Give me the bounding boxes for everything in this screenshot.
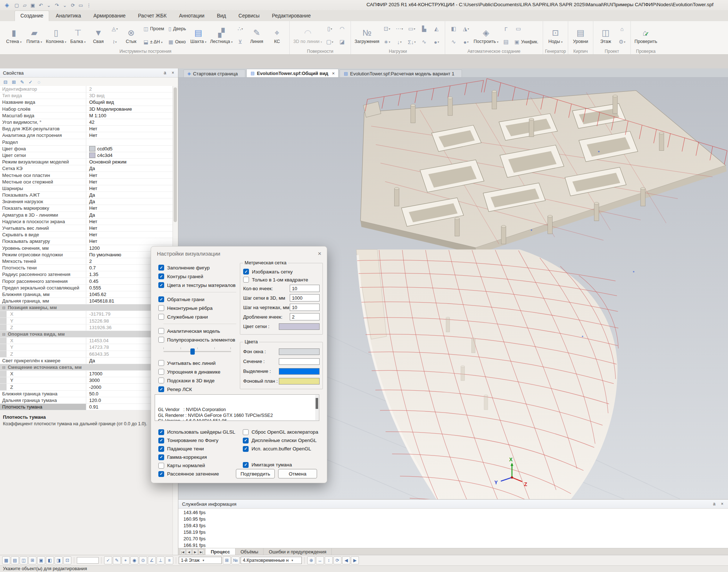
checkbox-row[interactable]: Карты нормалей [158,461,236,470]
ribbon-button[interactable]: ◮ [460,22,472,35]
ribbon-button[interactable]: ▢ [324,35,336,48]
scrollbar-thumb[interactable] [174,87,177,222]
status-toggle-icon[interactable]: № [232,556,240,564]
snap-toggle-icon[interactable]: ⌖ [122,556,130,564]
info-scrollbar[interactable] [315,395,318,420]
property-row[interactable]: X -31791.79 [0,311,173,317]
property-row[interactable]: Радиус рассеянного затенения 1.35 [0,271,173,278]
ribbon-button[interactable]: ⋯ [393,22,405,35]
tab-nav-button[interactable]: ▶ [192,549,198,555]
cancel-button[interactable]: Отмена [278,469,317,478]
ribbon-button[interactable]: № Загружения [353,22,380,49]
checkbox-row[interactable]: Обратные грани [158,295,237,304]
checkbox[interactable] [158,438,164,443]
property-row[interactable]: Режим отрисовки подложки По умолчанию [0,252,173,258]
property-value-cell[interactable]: 42 [86,119,173,125]
ribbon-button[interactable]: ◠ [336,22,348,35]
checkbox[interactable] [158,446,164,452]
checkbox[interactable] [158,369,164,375]
numeric-input[interactable]: 2 [290,313,320,320]
property-row[interactable]: Мягкость теней 2 [0,258,173,265]
property-row[interactable]: Режим визуализации моделей Основной режи… [0,159,173,165]
service-panel-tab[interactable]: Процесс [206,548,236,556]
checkbox[interactable] [158,337,164,343]
ribbon-tab[interactable]: Аннотации [173,11,210,21]
property-row[interactable]: Показать маркировку Нет [0,205,173,212]
checkbox-row[interactable]: Использовать шейдеры GLSL [158,428,236,436]
ribbon-button[interactable]: ▯ Дверь [167,22,188,35]
tab-close-icon[interactable]: × [332,71,335,76]
ribbon-button[interactable]: ▞ Лестница [209,22,234,49]
checkbox-row[interactable]: Полупрозрачность элементов [158,335,237,344]
ribbon-button[interactable]: ▤ Шахта [189,22,208,49]
property-row[interactable]: Y 3000 [0,377,173,384]
ribbon-button[interactable]: ⌖ КС [267,22,287,49]
ribbon-button[interactable]: ▭ [406,22,418,35]
status-toggle-icon[interactable]: ⊞ [223,556,231,564]
checkbox[interactable] [158,378,164,383]
ribbon-button[interactable]: ▤ Уровни [571,22,590,49]
checkbox[interactable] [158,314,164,320]
slider-thumb[interactable] [190,348,195,355]
slider-track[interactable] [163,351,231,352]
ribbon-button[interactable]: ⊻ [234,35,246,48]
ribbon-button[interactable]: ∗ [381,35,393,48]
checkbox[interactable] [158,296,164,302]
tab-nav-button[interactable]: ◀ [186,549,192,555]
status-toggle-icon[interactable]: ▣ [37,556,45,564]
numeric-input[interactable]: 10 [290,304,320,311]
property-row[interactable]: Арматура в 3D - линиями Да [0,212,173,218]
quick-access-icon[interactable]: ⟳ [69,1,76,9]
property-value-cell[interactable]: Общий вид [86,99,173,105]
ribbon-button[interactable]: Σ↓ [406,35,418,48]
property-row[interactable]: Y 14723.78 [0,344,173,351]
property-row[interactable]: Цвет сетки c4c3d4 [0,152,173,159]
checkbox[interactable] [243,462,249,468]
property-row[interactable]: Z 66343.35 [0,351,173,358]
property-row[interactable]: Z 131926.36 [0,324,173,331]
property-value-cell[interactable]: 3D вид [86,92,173,99]
ribbon-button[interactable]: ◬ [109,22,120,35]
property-value-cell[interactable]: Нет [86,232,173,238]
checkbox[interactable] [158,463,164,469]
ribbon-button[interactable]: ● [431,35,442,48]
properties-toolbar-icon[interactable]: ⊟ [2,79,9,85]
property-value-cell[interactable]: Нет [86,218,173,225]
ribbon-button[interactable]: ▰ Плита [24,22,44,49]
property-value-cell[interactable]: Да [86,192,173,198]
ribbon-button[interactable]: ⚙ [616,35,628,48]
checkbox-row[interactable]: Дисплейные списки OpenGL [243,436,324,445]
ribbon-tab[interactable]: Аналитика [50,11,87,21]
checkbox-row[interactable]: Подсказки в 3D виде [158,376,237,385]
property-value-cell[interactable]: Да [86,165,173,171]
property-row[interactable]: Вид для ЖБК-результатов Нет [0,126,173,132]
properties-toolbar-icon[interactable]: ✎ [19,79,25,85]
quick-access-icon[interactable]: ▭ [77,1,84,9]
checkbox[interactable] [243,277,249,283]
property-value-cell[interactable]: Нет [86,132,173,138]
ribbon-tab[interactable]: Вид [211,11,232,21]
ribbon-button[interactable]: ▯ [324,22,336,35]
property-row[interactable]: Масштаб вида М 1:100 [0,113,173,119]
ribbon-button[interactable]: ▼ Свая [88,22,108,49]
ribbon-tab[interactable]: Сервисы [233,11,265,21]
ribbon-button[interactable]: ▮ Стена [4,22,24,49]
property-row[interactable]: X 17000 [0,371,173,377]
checkbox-row[interactable]: Контуры граней [158,272,237,281]
property-value-cell[interactable]: Да [86,212,173,218]
quick-access-icon[interactable]: ⋮ [85,1,92,9]
dialog-close-icon[interactable]: × [318,250,321,257]
ribbon-button[interactable]: ↓ [393,35,405,48]
panel-header-button[interactable]: × [720,501,724,506]
property-row[interactable]: Опорная точка вида, мм [0,331,173,338]
status-toggle-icon[interactable]: ◧ [46,556,54,564]
ribbon-button[interactable]: ◫ Этаж [596,22,616,49]
checkbox-row[interactable]: Учитывать вес линий [158,359,237,367]
property-row[interactable]: Учитывать вес линий Нет [0,225,173,232]
ribbon-button[interactable]: ◫ Проем [142,22,166,35]
ribbon-button[interactable]: ◪ [336,35,348,48]
load-case-combo[interactable]: 4.Кратковременные н [241,557,302,564]
snap-toggle-icon[interactable]: ✓ [104,556,112,564]
property-value-cell[interactable] [86,139,173,145]
view-control-icon[interactable]: ⟳ [333,556,341,564]
